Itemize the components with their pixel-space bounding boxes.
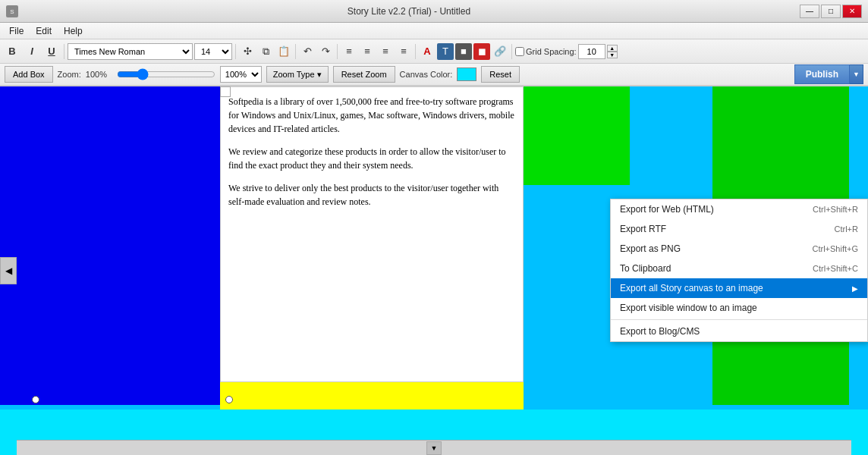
- grid-spacing-input[interactable]: [578, 44, 605, 59]
- sep-1: [64, 44, 64, 59]
- export-rtf-label: Export RTF: [620, 224, 666, 234]
- align-left-button[interactable]: ≡: [341, 43, 357, 60]
- dropdown-sep: [611, 319, 867, 320]
- toolbar-canvas: Add Box Zoom: 100% 100% 50% 75% 150% 200…: [0, 64, 868, 86]
- export-visible-window-item[interactable]: Export visible window to an image: [611, 298, 867, 318]
- bold-button[interactable]: B: [3, 42, 21, 61]
- minimize-button[interactable]: —: [800, 5, 819, 18]
- sep-3: [295, 44, 296, 59]
- title-bar-text: Story Lite v2.2 (Trial) - Untitled: [18, 6, 800, 17]
- export-all-story-arrow: ▶: [852, 284, 858, 293]
- grid-spin-up[interactable]: ▲: [607, 45, 618, 52]
- close-button[interactable]: ✕: [842, 5, 862, 18]
- export-html-shortcut: Ctrl+Shift+R: [813, 205, 858, 214]
- title-bar: S Story Lite v2.2 (Trial) - Untitled — □…: [0, 0, 868, 23]
- zoom-type-button[interactable]: Zoom Type ▾: [266, 66, 329, 83]
- reset-zoom-button[interactable]: Reset Zoom: [333, 66, 395, 83]
- export-clipboard-label: To Clipboard: [620, 263, 671, 274]
- grid-spin-down[interactable]: ▼: [607, 52, 618, 58]
- nav-arrow-left[interactable]: ◀: [0, 257, 17, 284]
- add-box-button[interactable]: Add Box: [5, 66, 53, 83]
- undo-button[interactable]: ↶: [299, 43, 316, 60]
- italic-button[interactable]: I: [23, 42, 41, 61]
- export-visible-window-label: Export visible window to an image: [620, 303, 757, 313]
- align-center-button[interactable]: ≡: [359, 43, 376, 60]
- reset-button[interactable]: Reset: [481, 66, 520, 83]
- font-color-button[interactable]: A: [419, 43, 436, 60]
- text-para-1: Softpedia is a library of over 1,500,000…: [228, 95, 515, 136]
- main-area: Softpedia is a library of over 1,500,000…: [0, 86, 868, 455]
- export-rtf-item[interactable]: Export RTF Ctrl+R: [611, 219, 867, 239]
- zoom-label: Zoom:: [58, 70, 81, 79]
- resize-handle[interactable]: [220, 86, 231, 97]
- menu-edit[interactable]: Edit: [30, 24, 58, 38]
- paste-button[interactable]: 📋: [275, 43, 292, 60]
- circle-handle-2[interactable]: [225, 396, 233, 403]
- export-clipboard-item[interactable]: To Clipboard Ctrl+Shift+C: [611, 259, 867, 278]
- export-png-item[interactable]: Export as PNG Ctrl+Shift+G: [611, 239, 867, 259]
- grid-spacing-label: Grid Spacing:: [526, 47, 577, 56]
- title-bar-buttons: — □ ✕: [800, 5, 862, 18]
- export-html-item[interactable]: Export for Web (HTML) Ctrl+Shift+R: [611, 199, 867, 219]
- export-clipboard-shortcut: Ctrl+Shift+C: [813, 264, 858, 273]
- canvas-color-swatch[interactable]: [457, 67, 476, 81]
- export-png-shortcut: Ctrl+Shift+G: [812, 244, 858, 253]
- maximize-button[interactable]: □: [821, 5, 841, 18]
- sep-4: [337, 44, 338, 59]
- align-justify-button[interactable]: ≡: [395, 43, 412, 60]
- text-content-inner: Softpedia is a library of over 1,500,000…: [221, 87, 523, 381]
- grid-checkbox[interactable]: [515, 47, 524, 56]
- menu-help[interactable]: Help: [58, 24, 89, 38]
- move-tool-button[interactable]: ✣: [239, 43, 256, 60]
- zoom-select[interactable]: 100% 50% 75% 150% 200%: [220, 66, 262, 83]
- export-all-story-label: Export all Story canvas to an image: [620, 283, 763, 293]
- shape-button[interactable]: ■: [455, 43, 472, 60]
- fill-button[interactable]: ◼: [473, 43, 490, 60]
- underline-button[interactable]: U: [42, 42, 61, 61]
- sep-5: [415, 44, 416, 59]
- zoom-percent: 100%: [86, 70, 112, 79]
- link-button[interactable]: 🔗: [492, 43, 508, 60]
- export-blog-label: Export to Blog/CMS: [620, 326, 700, 337]
- blue-box-left[interactable]: [0, 86, 220, 405]
- svg-text:S: S: [10, 8, 14, 15]
- grid-spin: ▲ ▼: [607, 45, 618, 58]
- green-box-top-right[interactable]: [524, 86, 630, 185]
- export-all-story-item[interactable]: Export all Story canvas to an image ▶: [611, 278, 867, 298]
- canvas-color-label: Canvas Color:: [400, 70, 453, 79]
- toolbar-formatting: B I U Times New Roman Arial Verdana 14 1…: [0, 39, 868, 64]
- publish-container: Publish ▼: [794, 64, 863, 84]
- export-blog-item[interactable]: Export to Blog/CMS: [611, 322, 867, 341]
- zoom-slider[interactable]: [117, 68, 215, 80]
- text-content-box[interactable]: Softpedia is a library of over 1,500,000…: [220, 86, 524, 382]
- circle-handle-1[interactable]: [32, 396, 39, 403]
- app-icon: S: [6, 5, 18, 17]
- text-para-2: We review and categorize these products …: [228, 145, 515, 172]
- publish-dropdown-button[interactable]: ▼: [850, 64, 863, 84]
- align-right-button[interactable]: ≡: [377, 43, 394, 60]
- bottom-scrollbar[interactable]: ▼: [17, 440, 851, 455]
- export-png-label: Export as PNG: [620, 243, 681, 254]
- copy-button[interactable]: ⧉: [257, 43, 274, 60]
- export-rtf-shortcut: Ctrl+R: [835, 224, 858, 234]
- text-tool-button[interactable]: T: [437, 43, 454, 60]
- font-family-select[interactable]: Times New Roman Arial Verdana: [68, 43, 193, 60]
- publish-button[interactable]: Publish: [794, 64, 850, 84]
- scroll-down-button[interactable]: ▼: [426, 441, 442, 455]
- export-html-label: Export for Web (HTML): [620, 204, 714, 215]
- text-para-3: We strive to deliver only the best produ…: [228, 181, 515, 209]
- sep-6: [511, 44, 512, 59]
- menu-file[interactable]: File: [3, 24, 30, 38]
- redo-button[interactable]: ↷: [317, 43, 334, 60]
- menu-bar: File Edit Help: [0, 23, 868, 39]
- font-size-select[interactable]: 14 10 12 16 18: [194, 43, 232, 60]
- publish-dropdown-menu: Export for Web (HTML) Ctrl+Shift+R Expor…: [610, 199, 868, 342]
- sep-2: [235, 44, 236, 59]
